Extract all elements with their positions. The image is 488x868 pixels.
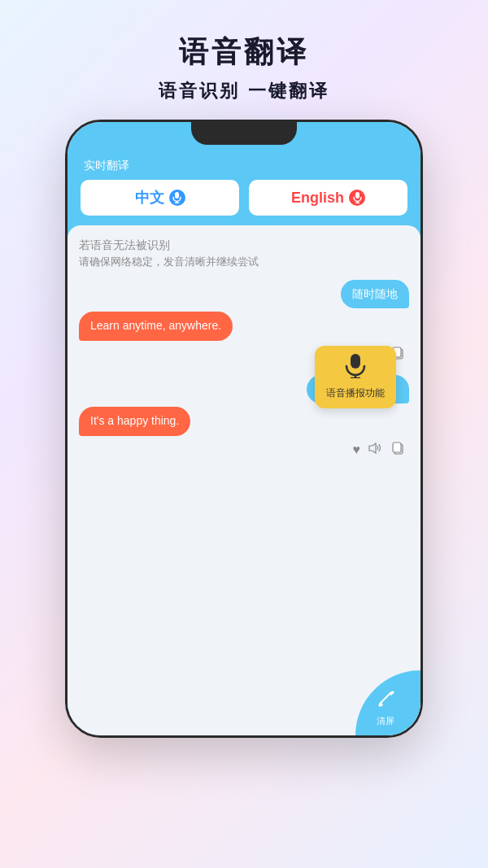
chat-area: 若语音无法被识别 请确保网络稳定，发音清晰并继续尝试 随时随地 Learn an… xyxy=(68,225,420,735)
app-header-bar: 实时翻译 xyxy=(68,150,420,180)
msg1-left-bubble: Learn anytime, anywhere. xyxy=(79,312,233,341)
main-title: 语音翻译 xyxy=(159,33,329,72)
msg2-actions: ♥ xyxy=(79,439,409,460)
tooltip-label: 语音播报功能 xyxy=(326,386,385,400)
heart-icon-2[interactable]: ♥ xyxy=(353,443,361,457)
tooltip-mic-icon xyxy=(345,354,366,383)
chinese-lang-label: 中文 xyxy=(135,188,164,207)
error-description: 请确保网络稳定，发音清晰并继续尝试 xyxy=(79,254,409,270)
phone-mockup: 实时翻译 中文 English xyxy=(65,120,423,738)
msg2-left-bubble: It's a happy thing. xyxy=(79,407,190,436)
english-lang-button[interactable]: English xyxy=(249,180,407,216)
svg-rect-3 xyxy=(355,192,359,198)
svg-marker-9 xyxy=(369,443,376,453)
clear-text-label: 清屏 xyxy=(377,715,394,727)
english-lang-label: English xyxy=(291,190,344,207)
broom-icon xyxy=(375,687,396,713)
svg-rect-0 xyxy=(175,192,179,198)
page-wrapper: 语音翻译 语音识别 一键翻译 实时翻译 中文 xyxy=(0,0,488,868)
clear-btn-inner: 清屏 xyxy=(375,687,396,727)
phone-notch xyxy=(191,122,297,145)
copy-icon-2[interactable] xyxy=(391,441,406,459)
title-section: 语音翻译 语音识别 一键翻译 xyxy=(159,33,329,103)
svg-line-15 xyxy=(380,692,391,704)
svg-rect-11 xyxy=(393,443,401,452)
error-section: 若语音无法被识别 请确保网络稳定，发音清晰并继续尝试 xyxy=(79,237,409,270)
chinese-lang-button[interactable]: 中文 xyxy=(81,180,239,216)
clear-screen-button[interactable]: 清屏 xyxy=(355,670,420,735)
svg-rect-12 xyxy=(351,354,360,369)
error-title: 若语音无法被识别 xyxy=(79,237,409,254)
msg1-right-bubble: 随时随地 xyxy=(341,280,409,309)
tooltip-bubble: 语音播报功能 xyxy=(315,346,396,408)
sub-title: 语音识别 一键翻译 xyxy=(159,79,329,103)
app-content: 实时翻译 中文 English xyxy=(68,122,420,735)
lang-row: 中文 English xyxy=(68,180,420,225)
english-mic-icon[interactable] xyxy=(349,190,365,206)
chinese-mic-icon[interactable] xyxy=(169,190,185,206)
speaker-icon-2[interactable] xyxy=(368,442,383,458)
app-title-label: 实时翻译 xyxy=(84,159,129,172)
